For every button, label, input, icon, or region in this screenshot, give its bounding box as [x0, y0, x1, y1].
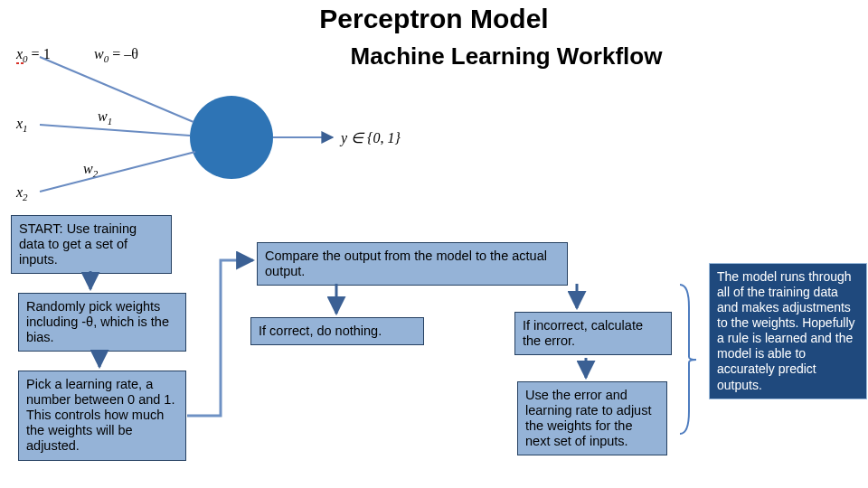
page-title: Perceptron Model: [0, 4, 868, 34]
page-subtitle: Machine Learning Workflow: [344, 43, 669, 70]
svg-line-0: [40, 57, 193, 122]
label-w2: w2: [83, 161, 98, 179]
svg-line-1: [40, 125, 190, 136]
label-x2: x2: [16, 184, 28, 202]
label-w1: w1: [98, 108, 112, 127]
label-w0: w0 = –θ: [94, 46, 138, 64]
box-compare: Compare the output from the model to the…: [257, 242, 568, 286]
box-learning-rate: Pick a learning rate, a number between 0…: [18, 371, 186, 461]
label-x0: x0 = 1: [16, 46, 51, 64]
box-summary: The model runs through all of the traini…: [709, 263, 867, 399]
box-start: START: Use training data to get a set of…: [11, 215, 172, 274]
box-incorrect: If incorrect, calculate the error.: [514, 312, 672, 355]
box-use-error: Use the error and learning rate to adjus…: [517, 381, 667, 455]
neuron-node: [190, 96, 273, 179]
label-x1: x1: [16, 116, 28, 134]
box-weights: Randomly pick weights including -θ, whic…: [18, 293, 186, 352]
svg-line-2: [40, 152, 195, 192]
label-output: y ∈ {0, 1}: [341, 129, 401, 146]
box-correct: If correct, do nothing.: [250, 317, 424, 345]
